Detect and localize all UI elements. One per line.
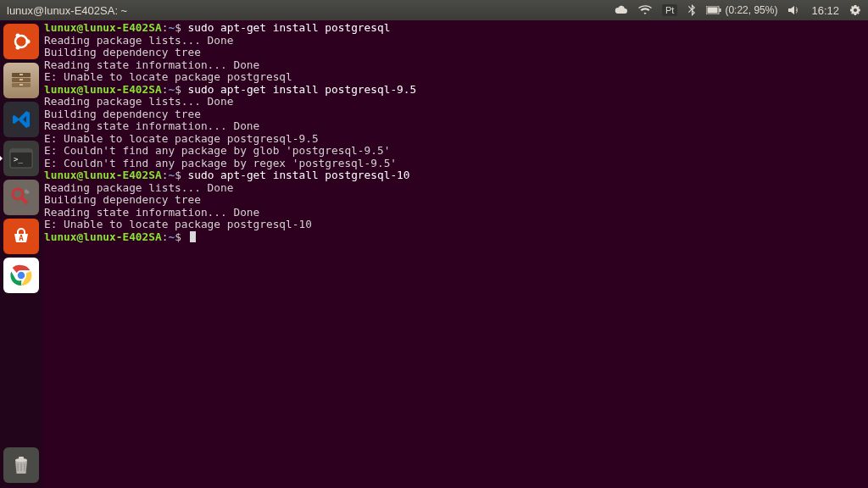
command-text: sudo apt-get install postgresql <box>188 21 391 34</box>
prompt-user: lunux@lunux-E402SA <box>44 83 162 96</box>
terminal-line: lunux@lunux-E402SA:~$ sudo apt-get insta… <box>44 84 866 97</box>
terminal-output-line: E: Unable to locate package postgresql <box>44 71 866 84</box>
cloud-icon[interactable] <box>615 4 628 16</box>
keyboard-layout-indicator[interactable]: Pt <box>662 4 677 16</box>
svg-rect-11 <box>19 79 23 80</box>
battery-text: (0:22, 95%) <box>725 4 777 16</box>
terminal-current-line[interactable]: lunux@lunux-E402SA:~$ <box>44 231 866 244</box>
svg-point-19 <box>17 271 25 280</box>
svg-rect-21 <box>19 457 24 459</box>
terminal-cursor <box>190 231 196 242</box>
prompt-path: ~ <box>168 83 175 96</box>
terminal-output-line: Reading package lists... Done <box>44 96 866 108</box>
svg-rect-1 <box>708 8 718 14</box>
clock[interactable]: 16:12 <box>811 4 839 17</box>
terminal-output-line: Reading state information... Done <box>44 207 866 219</box>
prompt-path: ~ <box>168 169 175 181</box>
system-gear-icon[interactable] <box>849 4 861 16</box>
command-text: sudo apt-get install postgresql-10 <box>188 169 410 181</box>
launcher-vscode[interactable] <box>3 102 39 137</box>
launcher-software-center[interactable]: A <box>3 219 39 254</box>
terminal-output-line: Building dependency tree <box>44 194 866 207</box>
terminal-output-line: Building dependency tree <box>44 108 866 121</box>
prompt-user: lunux@lunux-E402SA <box>44 230 162 243</box>
terminal-output-line: Reading package lists... Done <box>44 35 866 47</box>
prompt-path: ~ <box>168 21 175 34</box>
svg-rect-2 <box>720 8 721 12</box>
terminal-output-line: E: Couldn't find any package by glob 'po… <box>44 145 866 158</box>
terminal-output-line: E: Couldn't find any package by regex 'p… <box>44 158 866 170</box>
volume-icon[interactable] <box>787 4 801 16</box>
svg-rect-12 <box>19 84 23 86</box>
unity-launcher: >_ A <box>0 20 42 488</box>
svg-point-6 <box>16 46 20 50</box>
wifi-icon[interactable] <box>638 4 652 16</box>
svg-rect-14 <box>10 149 32 152</box>
svg-text:>_: >_ <box>14 155 23 164</box>
prompt-user: lunux@lunux-E402SA <box>44 169 162 181</box>
command-text: sudo apt-get install postgresql-9.5 <box>188 83 417 96</box>
terminal-output-line: Reading state information... Done <box>44 120 866 133</box>
launcher-chrome[interactable] <box>3 258 39 293</box>
bluetooth-icon[interactable] <box>687 4 696 16</box>
svg-rect-10 <box>19 74 23 75</box>
launcher-files[interactable] <box>3 63 39 98</box>
terminal-output-line: E: Unable to locate package postgresql-9… <box>44 133 866 146</box>
launcher-settings[interactable] <box>3 180 39 215</box>
terminal-window[interactable]: lunux@lunux-E402SA:~$ sudo apt-get insta… <box>42 20 868 488</box>
terminal-line: lunux@lunux-E402SA:~$ sudo apt-get insta… <box>44 169 866 182</box>
top-menu-bar: lunux@lunux-E402SA: ~ Pt (0:22, 95%) 16:… <box>0 0 868 20</box>
terminal-line: lunux@lunux-E402SA:~$ sudo apt-get insta… <box>44 22 866 35</box>
launcher-ubuntu-dash[interactable] <box>3 24 39 59</box>
svg-point-5 <box>16 34 20 38</box>
terminal-output-line: E: Unable to locate package postgresql-1… <box>44 219 866 231</box>
svg-point-4 <box>26 40 31 44</box>
launcher-trash[interactable] <box>3 447 39 483</box>
launcher-terminal[interactable]: >_ <box>3 141 39 176</box>
terminal-output-line: Building dependency tree <box>44 47 866 59</box>
window-title: lunux@lunux-E402SA: ~ <box>7 4 127 17</box>
terminal-output-line: Reading state information... Done <box>44 59 866 72</box>
prompt-user: lunux@lunux-E402SA <box>44 21 162 34</box>
prompt-path: ~ <box>168 230 175 243</box>
terminal-output-line: Reading package lists... Done <box>44 182 866 195</box>
battery-indicator[interactable]: (0:22, 95%) <box>706 4 777 16</box>
svg-text:A: A <box>19 234 24 242</box>
